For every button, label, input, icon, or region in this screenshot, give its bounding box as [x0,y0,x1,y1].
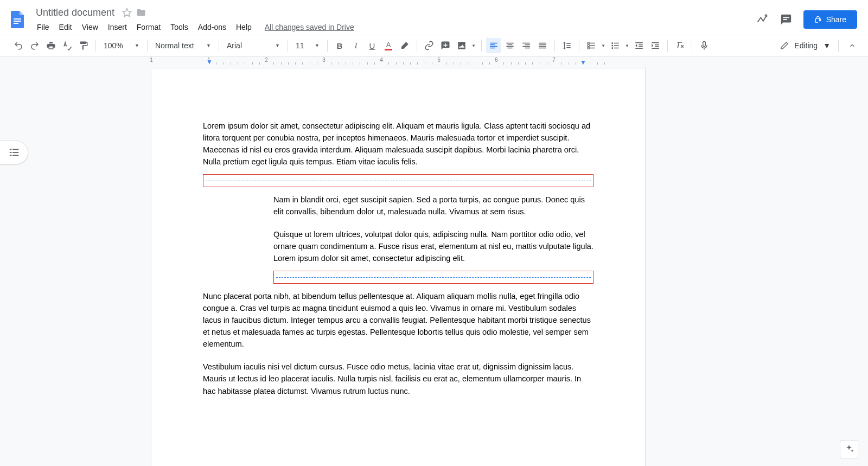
comments-icon[interactable] [780,13,793,26]
svg-rect-43 [655,46,659,47]
app-header: Untitled document File Edit View Insert … [0,0,868,35]
toolbar: 100%▼ Normal text▼ Arial▼ 11▼ B I U A ▼ … [0,35,868,56]
bold-button[interactable]: B [332,38,347,53]
svg-point-33 [611,47,613,49]
menu-addons[interactable]: Add-ons [194,21,231,34]
menu-tools[interactable]: Tools [166,21,193,34]
menu-insert[interactable]: Insert [104,21,131,34]
line-spacing-button[interactable] [559,38,575,53]
zoom-dropdown[interactable]: 100%▼ [100,38,143,53]
svg-rect-2 [14,23,18,24]
checklist-caret[interactable]: ▼ [600,38,607,53]
paint-format-button[interactable] [76,38,91,53]
spellcheck-button[interactable] [60,38,75,53]
save-status[interactable]: All changes saved in Drive [265,23,354,31]
svg-rect-37 [635,42,643,43]
caret-down-icon: ▼ [315,43,320,48]
checklist-button[interactable] [584,38,599,53]
text-color-button[interactable]: A [381,38,396,53]
underline-button[interactable]: U [365,38,380,53]
docs-logo-icon[interactable] [7,7,28,33]
paragraph[interactable]: Lorem ipsum dolor sit amet, consectetur … [203,120,593,168]
menu-view[interactable]: View [78,21,103,34]
separator [667,40,668,52]
svg-rect-46 [9,149,11,150]
svg-rect-38 [639,44,643,46]
font-dropdown[interactable]: Arial▼ [224,38,283,53]
svg-rect-34 [614,43,619,44]
svg-rect-11 [508,44,513,46]
increase-indent-button[interactable] [648,38,663,53]
paragraph-style-dropdown[interactable]: Normal text▼ [152,38,214,53]
share-label: Share [826,15,846,24]
print-button[interactable] [43,38,59,53]
insert-image-button[interactable] [454,38,469,53]
insert-comment-button[interactable] [438,38,453,53]
svg-rect-14 [522,43,530,44]
menu-format[interactable]: Format [132,21,165,34]
hide-menus-button[interactable] [846,38,858,53]
svg-rect-44 [652,48,659,49]
caret-down-icon: ▼ [135,43,139,48]
activity-icon[interactable] [756,13,769,26]
paragraph[interactable]: Vestibulum iaculis nisi vel dictum cursu… [203,361,593,397]
separator [481,40,482,52]
document-page[interactable]: Lorem ipsum dolor sit amet, consectetur … [151,68,645,466]
paragraph[interactable]: Nunc placerat porta nibh, at bibendum te… [203,290,593,350]
align-center-button[interactable] [502,38,518,53]
svg-rect-16 [522,46,530,47]
image-dropdown-caret[interactable]: ▼ [470,38,477,53]
bullet-list-button[interactable] [608,38,623,53]
paragraph[interactable]: Nam in blandit orci, eget suscipit sapie… [273,194,593,218]
caret-down-icon: ▼ [823,41,831,50]
separator [147,40,148,52]
clear-formatting-button[interactable] [672,38,687,53]
svg-rect-5 [458,42,465,49]
align-left-button[interactable] [486,38,501,53]
separator [838,40,839,52]
star-icon[interactable] [122,8,132,17]
editing-mode-dropdown[interactable]: Editing ▼ [777,38,834,53]
font-size-dropdown[interactable]: 11▼ [292,38,323,53]
svg-rect-15 [525,44,530,46]
italic-button[interactable]: I [348,38,363,53]
svg-point-32 [611,45,613,47]
menu-help[interactable]: Help [232,21,256,34]
horizontal-ruler[interactable]: 12345671▼▼ [0,56,868,65]
insert-link-button[interactable] [422,38,437,53]
share-button[interactable]: Share [803,10,857,29]
canvas-area: 12345671▼▼ Lorem ipsum dolor sit amet, c… [0,56,868,466]
svg-rect-30 [588,47,589,49]
svg-rect-50 [9,155,11,156]
pencil-icon [780,41,789,50]
redo-button[interactable] [27,38,42,53]
highlight-button[interactable] [397,38,412,53]
separator [579,40,579,52]
svg-rect-17 [525,48,530,49]
decrease-indent-button[interactable] [631,38,647,53]
menu-edit[interactable]: Edit [55,21,76,34]
svg-rect-13 [508,48,513,49]
svg-rect-0 [14,18,21,20]
menu-file[interactable]: File [33,21,54,34]
align-right-button[interactable] [519,38,534,53]
svg-rect-9 [490,48,495,49]
voice-typing-button[interactable] [697,38,712,53]
svg-rect-40 [635,48,643,49]
paragraph[interactable]: Quisque ut lorem ultrices, volutpat dolo… [273,228,593,264]
undo-button[interactable] [11,38,26,53]
svg-rect-22 [566,43,571,44]
separator [554,40,555,52]
separator [288,40,288,52]
horizontal-rule-highlight [273,271,593,284]
outline-toggle-button[interactable] [0,141,28,164]
bullet-caret[interactable]: ▼ [624,38,630,53]
explore-button[interactable] [840,440,858,458]
document-title[interactable]: Untitled document [33,6,118,20]
caret-down-icon: ▼ [206,43,211,48]
svg-rect-19 [539,44,546,46]
size-value: 11 [296,41,304,50]
move-folder-icon[interactable] [136,8,146,17]
svg-rect-25 [590,43,595,44]
align-justify-button[interactable] [535,38,550,53]
